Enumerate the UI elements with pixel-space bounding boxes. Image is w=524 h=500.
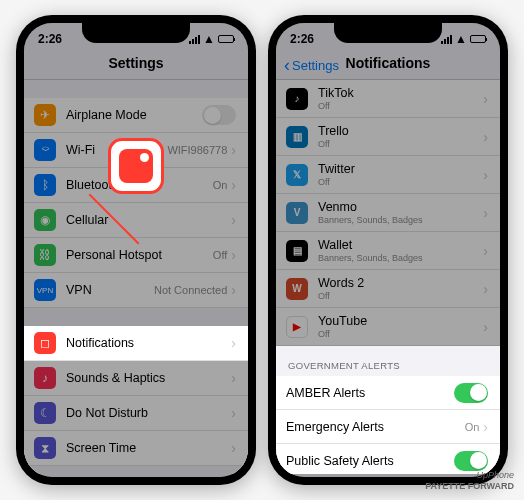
app-name: Words 2: [318, 276, 483, 290]
chevron-icon: ›: [483, 319, 488, 335]
amber-toggle[interactable]: [454, 383, 488, 403]
airplane-toggle[interactable]: [202, 105, 236, 125]
row-youtube[interactable]: ▶ YouTube Off ›: [276, 308, 500, 346]
watermark-line: UpPhone: [476, 470, 514, 480]
chevron-icon: ›: [483, 129, 488, 145]
row-tiktok[interactable]: ♪ TikTok Off ›: [276, 80, 500, 118]
row-vpn[interactable]: VPN VPN Not Connected ›: [24, 273, 248, 308]
app-status: Off: [318, 139, 483, 149]
chevron-icon: ›: [231, 440, 236, 456]
notch: [334, 23, 442, 43]
app-status: Off: [318, 101, 483, 111]
row-detail: Off: [213, 249, 227, 261]
row-detail: On: [213, 179, 228, 191]
public-safety-toggle[interactable]: [454, 451, 488, 471]
app-status: Off: [318, 177, 483, 187]
row-label: Personal Hotspot: [66, 248, 213, 262]
tiktok-icon: ♪: [286, 88, 308, 110]
row-label: Notifications: [66, 336, 231, 350]
row-label: Sounds & Haptics: [66, 371, 231, 385]
signal-icon: [189, 35, 200, 44]
status-indicators: ▲: [441, 32, 486, 46]
app-name: Twitter: [318, 162, 483, 176]
chevron-icon: ›: [483, 243, 488, 259]
chevron-icon: ›: [231, 335, 236, 351]
chevron-icon: ›: [231, 282, 236, 298]
chevron-icon: ›: [231, 177, 236, 193]
airplane-icon: ✈: [34, 104, 56, 126]
chevron-icon: ›: [231, 142, 236, 158]
row-venmo[interactable]: V Venmo Banners, Sounds, Badges ›: [276, 194, 500, 232]
trello-icon: ▥: [286, 126, 308, 148]
row-cellular[interactable]: ◉ Cellular ›: [24, 203, 248, 238]
navbar: Settings Notifications: [276, 49, 500, 80]
status-time: 2:26: [290, 32, 314, 46]
notch: [82, 23, 190, 43]
row-sounds[interactable]: ♪ Sounds & Haptics ›: [24, 361, 248, 396]
wallet-icon: ▤: [286, 240, 308, 262]
row-label: Cellular: [66, 213, 231, 227]
words-icon: W: [286, 278, 308, 300]
battery-icon: [470, 35, 486, 43]
callout-bubble: [108, 138, 164, 194]
bluetooth-icon: ᛒ: [34, 174, 56, 196]
app-name: Venmo: [318, 200, 483, 214]
twitter-icon: 𝕏: [286, 164, 308, 186]
app-status: Banners, Sounds, Badges: [318, 215, 483, 225]
row-wallet[interactable]: ▤ Wallet Banners, Sounds, Badges ›: [276, 232, 500, 270]
app-name: YouTube: [318, 314, 483, 328]
chevron-icon: ›: [483, 205, 488, 221]
watermark: UpPhone PAYETTE FORWARD: [425, 470, 514, 492]
app-status: Off: [318, 329, 483, 339]
chevron-icon: ›: [231, 370, 236, 386]
row-label: Airplane Mode: [66, 108, 202, 122]
signal-icon: [441, 35, 452, 44]
row-label: VPN: [66, 283, 154, 297]
chevron-icon: ›: [483, 281, 488, 297]
row-emergency-alerts[interactable]: Emergency Alerts On ›: [276, 410, 500, 444]
row-label: AMBER Alerts: [286, 386, 454, 400]
watermark-line: PAYETTE FORWARD: [425, 481, 514, 492]
row-label: Do Not Disturb: [66, 406, 231, 420]
wifi-icon: ▲: [455, 32, 467, 46]
wifi-icon: ⌔: [34, 139, 56, 161]
row-detail: On: [465, 421, 480, 433]
app-status: Off: [318, 291, 483, 301]
back-button[interactable]: Settings: [284, 55, 339, 76]
screen-left: 2:26 ▲ Settings ✈ Airplane Mode ⌔ Wi-Fi …: [24, 23, 248, 477]
row-airplane-mode[interactable]: ✈ Airplane Mode: [24, 98, 248, 133]
phone-right: 2:26 ▲ Settings Notifications ♪ TikTok O…: [268, 15, 508, 485]
row-amber-alerts[interactable]: AMBER Alerts: [276, 376, 500, 410]
row-words[interactable]: W Words 2 Off ›: [276, 270, 500, 308]
cellular-icon: ◉: [34, 209, 56, 231]
app-status: Banners, Sounds, Badges: [318, 253, 483, 263]
row-twitter[interactable]: 𝕏 Twitter Off ›: [276, 156, 500, 194]
chevron-icon: ›: [231, 405, 236, 421]
row-notifications[interactable]: ◻ Notifications ›: [24, 326, 248, 361]
screen-right: 2:26 ▲ Settings Notifications ♪ TikTok O…: [276, 23, 500, 477]
chevron-icon: ›: [231, 212, 236, 228]
status-indicators: ▲: [189, 32, 234, 46]
navbar: Settings: [24, 49, 248, 80]
chevron-icon: ›: [483, 91, 488, 107]
row-dnd[interactable]: ☾ Do Not Disturb ›: [24, 396, 248, 431]
phone-left: 2:26 ▲ Settings ✈ Airplane Mode ⌔ Wi-Fi …: [16, 15, 256, 485]
hotspot-icon: ⛓: [34, 244, 56, 266]
notifications-icon: ◻: [34, 332, 56, 354]
wifi-icon: ▲: [203, 32, 215, 46]
section-header: GOVERNMENT ALERTS: [276, 346, 500, 376]
app-name: Trello: [318, 124, 483, 138]
chevron-icon: ›: [231, 247, 236, 263]
row-label: Screen Time: [66, 441, 231, 455]
row-label: Public Safety Alerts: [286, 454, 454, 468]
chevron-icon: ›: [483, 419, 488, 435]
screentime-icon: ⧗: [34, 437, 56, 459]
row-trello[interactable]: ▥ Trello Off ›: [276, 118, 500, 156]
row-screentime[interactable]: ⧗ Screen Time ›: [24, 431, 248, 466]
dnd-icon: ☾: [34, 402, 56, 424]
row-detail: WIFI986778: [167, 144, 227, 156]
notifications-list[interactable]: ♪ TikTok Off › ▥ Trello Off › 𝕏 Twitter: [276, 80, 500, 474]
status-time: 2:26: [38, 32, 62, 46]
sounds-icon: ♪: [34, 367, 56, 389]
app-name: TikTok: [318, 86, 483, 100]
